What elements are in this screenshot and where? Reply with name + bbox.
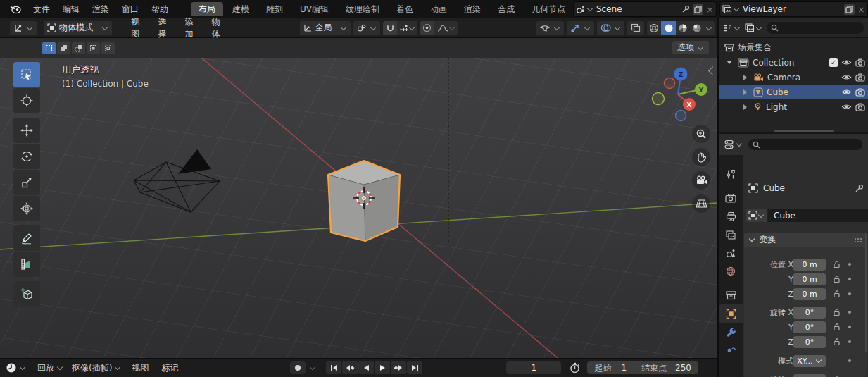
zoom-button[interactable] — [692, 125, 710, 143]
animate-dot[interactable] — [848, 263, 851, 266]
gizmo-y-axis[interactable]: Y — [695, 83, 707, 96]
location-x-field[interactable]: 0 m — [793, 259, 826, 271]
frame-end-field[interactable]: 结束点 250 — [634, 362, 698, 374]
rotation-x-field[interactable]: 0° — [793, 307, 826, 319]
animate-dot[interactable] — [848, 278, 851, 280]
location-z-field[interactable]: 0 m — [793, 288, 826, 300]
next-keyframe-button[interactable] — [391, 361, 406, 374]
snap-toggle[interactable] — [383, 21, 397, 35]
gizmo-x-neg[interactable] — [665, 78, 675, 89]
tab-view-layer[interactable] — [719, 225, 743, 244]
jump-to-start-button[interactable] — [326, 361, 341, 374]
properties-editor-type-button[interactable] — [724, 140, 743, 149]
scene-browse-button[interactable] — [576, 5, 593, 14]
outliner-row-cube[interactable]: Cube — [719, 85, 868, 99]
tool-cursor[interactable] — [13, 88, 40, 113]
collapse-arrow-icon[interactable] — [727, 61, 732, 64]
xray-toggle[interactable] — [627, 21, 644, 35]
orthographic-toggle-button[interactable] — [692, 194, 710, 213]
tool-transform[interactable] — [13, 196, 40, 221]
timeline-editor-type-button[interactable] — [6, 362, 26, 373]
render-visibility-icon[interactable] — [855, 58, 865, 67]
snap-target-dropdown[interactable] — [397, 21, 417, 35]
scale-x-field[interactable]: 1.00 — [793, 374, 826, 377]
tab-texture-paint[interactable]: 纹理绘制 — [338, 2, 387, 16]
remove-viewlayer-button[interactable]: × — [857, 4, 865, 15]
rotation-mode-dropdown[interactable]: XY... — [793, 355, 826, 367]
gizmo-y-neg[interactable] — [653, 93, 665, 105]
menu-render[interactable]: 渲染 — [86, 0, 115, 18]
lock-icon[interactable] — [833, 323, 841, 331]
select-mode-invert-button[interactable] — [87, 42, 100, 54]
camera-view-button[interactable] — [692, 171, 710, 190]
mode-selector[interactable]: 物体模式 — [44, 21, 112, 35]
tab-shading[interactable]: 着色 — [389, 2, 421, 16]
pin-icon[interactable] — [855, 184, 864, 193]
tab-scene[interactable] — [719, 244, 743, 262]
outliner-display-dropdown[interactable] — [745, 23, 762, 32]
auto-key-dropdown[interactable] — [310, 364, 315, 370]
pan-button[interactable] — [692, 148, 710, 166]
lock-icon[interactable] — [833, 290, 841, 298]
gizmo-z-neg[interactable] — [676, 111, 686, 121]
timeline-menu-view[interactable]: 视图 — [125, 362, 155, 374]
properties-search-input[interactable] — [748, 139, 862, 150]
tool-annotate[interactable] — [13, 225, 40, 251]
viewport-3d[interactable]: Z Y X — [0, 38, 717, 358]
hide-eye-icon[interactable] — [841, 73, 852, 81]
collection-checkbox[interactable]: ✓ — [829, 58, 838, 67]
lock-icon[interactable] — [833, 260, 841, 268]
unlink-scene-button[interactable]: × — [706, 4, 714, 15]
menu-file[interactable]: 文件 — [27, 0, 56, 18]
viewlayer-browse-button[interactable] — [722, 5, 740, 14]
prev-keyframe-button[interactable] — [342, 361, 358, 374]
object-visibility-dropdown[interactable] — [536, 21, 564, 35]
transform-orientation-dropdown[interactable]: 全局 — [300, 21, 351, 35]
gizmo-x-axis[interactable]: X — [683, 98, 696, 111]
panel-drag-handle-icon[interactable] — [854, 237, 862, 242]
play-button[interactable] — [375, 361, 390, 374]
object-name-input[interactable]: Cube — [768, 209, 868, 222]
outliner-row-collection[interactable]: Collection ✓ — [719, 55, 868, 70]
tab-uv-editing[interactable]: UV编辑 — [292, 2, 336, 16]
expand-arrow-icon[interactable] — [743, 89, 747, 95]
outliner-row-scene-collection[interactable]: 场景集合 — [719, 40, 868, 55]
current-frame-field[interactable]: 1 — [506, 361, 561, 374]
new-scene-button[interactable] — [693, 4, 703, 15]
animate-dot[interactable] — [848, 340, 851, 343]
pivot-point-dropdown[interactable] — [353, 21, 380, 35]
hide-eye-icon[interactable] — [841, 58, 852, 66]
tab-render[interactable] — [719, 189, 743, 207]
tool-rotate[interactable] — [13, 144, 40, 169]
tab-geometry-nodes[interactable]: 几何节点 — [524, 2, 573, 16]
new-viewlayer-button[interactable] — [844, 4, 855, 15]
render-visibility-icon[interactable] — [855, 103, 865, 111]
gizmos-dropdown[interactable] — [567, 21, 594, 35]
outliner-filter-dropdown[interactable] — [723, 24, 741, 32]
animate-dot[interactable] — [848, 311, 851, 314]
tab-world[interactable] — [719, 262, 743, 280]
animate-dot[interactable] — [848, 359, 851, 362]
hide-eye-icon[interactable] — [841, 103, 852, 111]
gizmo-z-axis[interactable]: Z — [674, 68, 688, 81]
cube-object[interactable] — [328, 161, 400, 241]
render-visibility-icon[interactable] — [855, 73, 865, 82]
light-object[interactable] — [446, 45, 451, 243]
shading-material-button[interactable] — [676, 21, 690, 35]
auto-key-record-button[interactable] — [290, 361, 306, 374]
navigation-gizmo[interactable]: Z Y X — [653, 68, 708, 121]
shading-rendered-button[interactable] — [690, 21, 704, 35]
timeline-menu-keying[interactable]: 抠像(插帧) — [68, 362, 125, 374]
tab-compositing[interactable]: 合成 — [490, 2, 522, 16]
tab-collection-props[interactable] — [719, 286, 743, 304]
expand-arrow-icon[interactable] — [743, 104, 747, 110]
outliner-row-camera[interactable]: Camera — [719, 70, 868, 85]
tab-modifiers[interactable] — [719, 323, 743, 341]
rotation-y-field[interactable]: 0° — [793, 321, 826, 333]
timeline-menu-markers[interactable]: 标记 — [155, 362, 184, 374]
properties-scrollbar[interactable] — [865, 233, 867, 352]
outliner-search-input[interactable] — [767, 22, 864, 34]
select-mode-new-button[interactable] — [42, 42, 56, 54]
lock-icon[interactable] — [833, 275, 841, 283]
transform-panel-header[interactable]: 变换 — [744, 233, 867, 247]
